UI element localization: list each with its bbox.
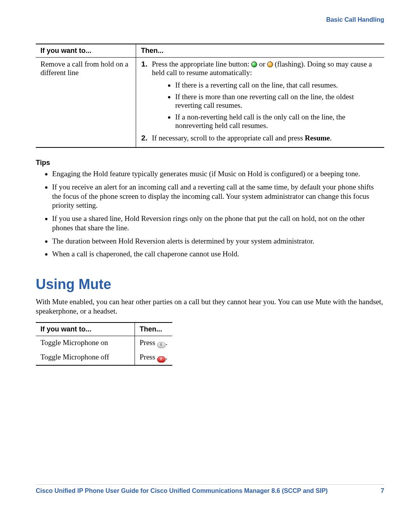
tip-item: If you receive an alert for an incoming … <box>52 182 384 210</box>
step1-text-pre: Press the appropriate line button: <box>152 60 251 68</box>
tip-item: The duration between Hold Reversion aler… <box>52 237 384 246</box>
table-row: Remove a call from hold on a different l… <box>36 58 384 148</box>
want-cell: Toggle Microphone off <box>36 351 135 365</box>
tips-heading: Tips <box>36 159 384 167</box>
then-cell: Press . <box>135 336 172 351</box>
tip-item: If you use a shared line, Hold Reversion… <box>52 214 384 233</box>
step-1: Press the appropriate line button: or (f… <box>149 60 380 130</box>
sub-bullet: If there is a reverting call on the line… <box>175 81 380 89</box>
page-footer: Cisco Unified IP Phone User Guide for Ci… <box>36 487 384 494</box>
document-page: Basic Call Handling If you want to... Th… <box>0 0 420 510</box>
tips-list: Engaging the Hold feature typically gene… <box>36 169 384 259</box>
want-cell: Toggle Microphone on <box>36 336 135 351</box>
step2-text-post: . <box>330 134 332 142</box>
mute-table: If you want to... Then... Toggle Microph… <box>36 322 172 366</box>
line-button-amber-icon <box>267 61 273 67</box>
then-cell: Press . <box>135 351 172 365</box>
col-header-want: If you want to... <box>36 322 135 336</box>
period: . <box>166 338 168 347</box>
col-header-want: If you want to... <box>36 44 136 58</box>
mute-button-red-icon <box>157 356 166 363</box>
step-2: If necessary, scroll to the appropriate … <box>149 134 380 142</box>
line-button-green-icon <box>251 61 257 67</box>
col-header-then: Then... <box>136 44 384 58</box>
press-text: Press <box>140 353 157 361</box>
col-header-then: Then... <box>135 322 172 336</box>
using-mute-heading: Using Mute <box>36 276 384 293</box>
mute-intro: With Mute enabled, you can hear other pa… <box>36 297 384 316</box>
tip-item: Engaging the Hold feature typically gene… <box>52 169 384 179</box>
period: . <box>166 353 168 361</box>
footer-title: Cisco Unified IP Phone User Guide for Ci… <box>36 487 328 494</box>
sub-bullet: If a non-reverting held call is the only… <box>175 113 380 130</box>
table-row: Toggle Microphone off Press . <box>36 351 172 365</box>
page-content: If you want to... Then... Remove a call … <box>36 44 384 366</box>
resume-keyword: Resume <box>305 134 330 142</box>
press-text: Press <box>140 338 157 347</box>
want-cell: Remove a call from hold on a different l… <box>36 58 136 148</box>
table-row: Toggle Microphone on Press . <box>36 336 172 351</box>
page-number: 7 <box>381 487 384 494</box>
hold-table: If you want to... Then... Remove a call … <box>36 44 384 148</box>
sub-bullet: If there is more than one reverting call… <box>175 93 380 110</box>
running-header: Basic Call Handling <box>326 16 384 23</box>
mute-button-grey-icon <box>157 342 166 348</box>
step1-text-mid: or <box>259 60 267 68</box>
then-cell: Press the appropriate line button: or (f… <box>136 58 384 148</box>
step2-text-pre: If necessary, scroll to the appropriate … <box>152 134 304 142</box>
tip-item: When a call is chaperoned, the call chap… <box>52 249 384 259</box>
